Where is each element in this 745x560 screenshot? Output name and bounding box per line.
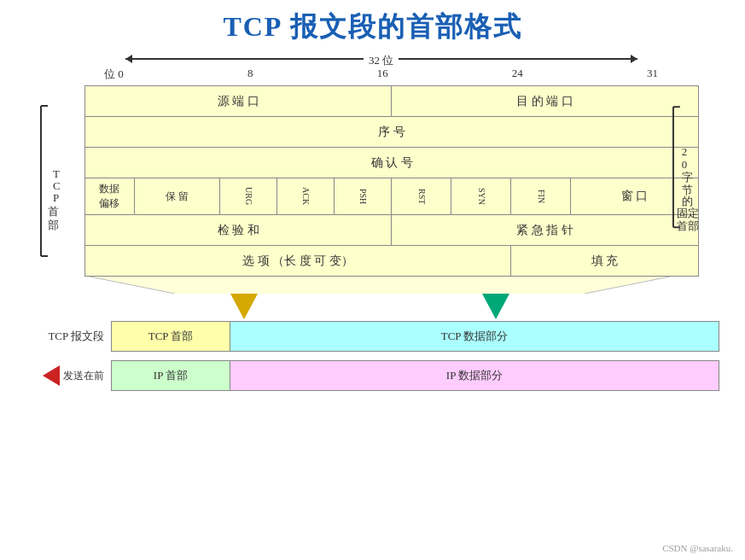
down-arrow-tcp-header	[230, 294, 258, 319]
ruler-32bit-label: 32 位	[364, 53, 399, 68]
ip-header-box: IP 首部	[111, 360, 230, 391]
table-row-seq: 序 号	[85, 117, 699, 148]
svg-marker-18	[90, 277, 670, 294]
svg-text:的: 的	[682, 195, 693, 207]
table-row-control: 数据偏移 保 留 URG ACK PSH RST SYN FIN 窗 口	[85, 178, 699, 215]
bit-pos-31: 31	[647, 67, 658, 82]
bit-pos-8: 8	[247, 67, 253, 82]
bit-ruler: 位 0 8 16 24 31	[102, 67, 660, 82]
tcp-segment-label: TCP 报文段	[34, 329, 111, 344]
svg-text:固定: 固定	[677, 207, 699, 219]
down-arrow-tcp-data	[482, 294, 509, 319]
reserved-cell: 保 留	[134, 178, 220, 215]
right-brace-svg: 2 0 字 节 的 固定 首部	[670, 104, 733, 258]
seq-num-cell: 序 号	[85, 117, 699, 148]
svg-text:首: 首	[48, 205, 59, 218]
page-title: TCP 报文段的首部格式	[17, 9, 728, 46]
data-offset-cell: 数据偏移	[85, 178, 135, 215]
source-port-cell: 源 端 口	[85, 86, 392, 117]
tcp-segment-row: TCP 报文段 TCP 首部 TCP 数据部分	[34, 321, 719, 352]
svg-text:首部: 首部	[677, 220, 699, 232]
send-before-label: 发送在前	[63, 370, 104, 382]
syn-bit: SYN	[451, 178, 511, 215]
options-cell: 选 项 （长 度 可 变）	[85, 246, 511, 277]
page-container: TCP 报文段的首部格式 32 位 位 0 8 16 24 31	[0, 0, 745, 560]
psh-bit: PSH	[335, 178, 392, 215]
checksum-cell: 检 验 和	[85, 215, 392, 246]
bit-pos-0: 位 0	[104, 67, 124, 82]
svg-text:部: 部	[48, 219, 59, 231]
dest-port-cell: 目 的 端 口	[392, 86, 699, 117]
svg-text:C: C	[53, 179, 61, 192]
ip-send-label-area: 发送在前	[34, 365, 111, 386]
right-label-wrapper: 2 0 字 节 的 固定 首部	[665, 85, 733, 277]
funnel-area	[90, 277, 651, 294]
table-row-options: 选 项 （长 度 可 变） 填 充	[85, 246, 699, 277]
table-row-ack: 确 认 号	[85, 148, 699, 178]
urgent-ptr-cell: 紧 急 指 针	[392, 215, 699, 246]
tcp-table-wrapper: 源 端 口 目 的 端 口 序 号 确 认 号 数据偏移 保 留 URG ACK…	[84, 85, 665, 277]
funnel-svg	[90, 277, 670, 294]
down-arrows-area	[90, 294, 728, 319]
ack-bit: ACK	[277, 178, 335, 215]
table-row-source-dest: 源 端 口 目 的 端 口	[85, 86, 699, 117]
rst-bit: RST	[392, 178, 451, 215]
svg-text:T: T	[53, 167, 60, 180]
ip-data-box: IP 数据部分	[230, 360, 719, 391]
tcp-header-box: TCP 首部	[111, 321, 230, 352]
tcp-header-left-label: T C P 首 部	[34, 85, 84, 277]
bit-pos-16: 16	[377, 67, 388, 82]
ip-row: 发送在前 IP 首部 IP 数据部分	[34, 360, 719, 391]
ack-num-cell: 确 认 号	[85, 148, 699, 178]
svg-text:0: 0	[682, 159, 687, 171]
ruler-arrow: 32 位	[102, 51, 660, 67]
urg-bit: URG	[220, 178, 277, 215]
svg-text:字: 字	[682, 171, 693, 184]
fin-bit: FIN	[511, 178, 571, 215]
bit-pos-24: 24	[512, 67, 523, 82]
table-row-checksum: 检 验 和 紧 急 指 针	[85, 215, 699, 246]
svg-text:2: 2	[682, 146, 687, 158]
left-brace-svg: T C P 首 部	[34, 104, 81, 258]
svg-text:P: P	[53, 191, 59, 204]
tcp-data-box: TCP 数据部分	[230, 321, 719, 352]
tcp-header-table: 源 端 口 目 的 端 口 序 号 确 认 号 数据偏移 保 留 URG ACK…	[84, 85, 699, 277]
watermark: CSDN @sasaraku.	[662, 543, 733, 553]
left-red-arrow	[43, 365, 60, 386]
